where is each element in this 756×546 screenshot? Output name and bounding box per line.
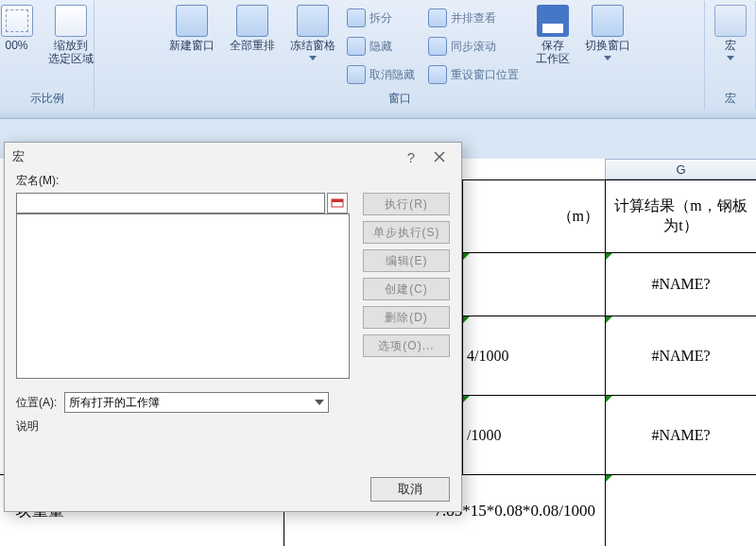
- cell-g-row1[interactable]: #NAME?: [605, 252, 756, 316]
- step-button[interactable]: 单步执行(S): [363, 221, 450, 244]
- delete-button[interactable]: 删除(D): [363, 306, 450, 329]
- chevron-down-icon: [315, 400, 324, 405]
- collapse-icon: [331, 198, 344, 208]
- group-label: 窗口: [100, 91, 698, 110]
- freeze-panes-button[interactable]: 冻结窗格: [286, 3, 339, 65]
- cell-f-row1[interactable]: [462, 252, 605, 316]
- arrange-icon: [236, 5, 268, 37]
- cell-g-row4[interactable]: [605, 474, 756, 546]
- close-icon: [434, 151, 445, 162]
- group-label: 宏: [711, 91, 749, 110]
- sync-scroll-button[interactable]: 同步滚动: [428, 33, 519, 60]
- switch-icon: [592, 5, 624, 37]
- reset-pos-button[interactable]: 重设窗口位置: [428, 61, 519, 88]
- name-picker-button[interactable]: [327, 193, 348, 213]
- macro-list[interactable]: [16, 213, 350, 379]
- macro-name-input[interactable]: [16, 193, 325, 213]
- chevron-down-icon: [309, 56, 317, 63]
- location-label: 位置(A):: [16, 395, 57, 411]
- side-by-side-button[interactable]: 并排查看: [428, 5, 519, 31]
- create-button[interactable]: 创建(C): [363, 278, 450, 300]
- description-label: 说明: [16, 418, 450, 435]
- split-icon: [347, 9, 366, 27]
- window-icon: [176, 5, 208, 37]
- macro-name-label: 宏名(M):: [16, 173, 450, 189]
- chevron-down-icon: [604, 56, 611, 63]
- arrange-all-button[interactable]: 全部重排: [226, 3, 279, 54]
- sheet-icon: [1, 5, 33, 37]
- ribbon-group-view: 00% 缩放到 选定区域 示比例: [0, 1, 94, 110]
- header-cell-g[interactable]: 计算结果（m，钢板为t）: [605, 179, 756, 252]
- save-icon: [537, 5, 569, 37]
- save-workspace-button[interactable]: 保存 工作区: [532, 3, 574, 67]
- cell-f-row2[interactable]: 4/1000: [462, 316, 605, 395]
- cell-f-row3[interactable]: /1000: [462, 395, 605, 474]
- cell-g-row2[interactable]: #NAME?: [605, 316, 756, 395]
- edit-button[interactable]: 编辑(E): [363, 249, 450, 272]
- split-button[interactable]: 拆分: [347, 5, 415, 31]
- dialog-titlebar[interactable]: 宏 ?: [5, 143, 461, 171]
- macro-button[interactable]: 宏: [711, 3, 750, 65]
- location-select[interactable]: 所有打开的工作簿: [64, 392, 329, 413]
- resetpos-icon: [428, 65, 447, 84]
- unhide-button[interactable]: 取消隐藏: [347, 61, 415, 88]
- chevron-down-icon: [727, 56, 734, 63]
- ribbon-group-macro: 宏 宏: [705, 1, 756, 110]
- syncscroll-icon: [428, 37, 447, 56]
- column-header-g[interactable]: G: [605, 159, 756, 179]
- close-button[interactable]: [425, 146, 454, 167]
- macro-icon: [714, 5, 747, 37]
- zoom-to-selection-button[interactable]: 缩放到 选定区域: [44, 3, 97, 67]
- options-button[interactable]: 选项(O)...: [363, 334, 450, 357]
- switch-windows-button[interactable]: 切换窗口: [581, 3, 634, 65]
- zoom-100-button[interactable]: 00%: [0, 3, 37, 54]
- cell-g-row3[interactable]: #NAME?: [605, 395, 756, 474]
- ribbon: 00% 缩放到 选定区域 示比例 新建窗口 全部重排 冻结窗格: [0, 0, 756, 119]
- sidebyside-icon: [428, 9, 447, 27]
- unhide-icon: [347, 65, 366, 84]
- ribbon-group-window: 新建窗口 全部重排 冻结窗格 拆分 隐藏 取消隐藏 并排查看 同步滚动 重设窗口…: [94, 1, 705, 110]
- cancel-button[interactable]: 取消: [370, 477, 450, 502]
- run-button[interactable]: 执行(R): [363, 193, 450, 215]
- dialog-title: 宏: [12, 148, 397, 165]
- location-value: 所有打开的工作簿: [69, 395, 160, 411]
- help-button[interactable]: ?: [397, 146, 425, 167]
- freeze-icon: [297, 5, 329, 37]
- hide-icon: [347, 37, 366, 56]
- svg-rect-1: [332, 199, 343, 202]
- macro-dialog: 宏 ? 宏名(M): 执行(R) 单步执行(S) 编辑(E) 创建(C): [4, 142, 462, 512]
- magnifier-icon: [55, 5, 87, 37]
- header-cell-f[interactable]: （m）: [462, 179, 605, 252]
- new-window-button[interactable]: 新建窗口: [165, 3, 218, 54]
- group-label: 示比例: [6, 91, 88, 110]
- hide-button[interactable]: 隐藏: [347, 33, 415, 60]
